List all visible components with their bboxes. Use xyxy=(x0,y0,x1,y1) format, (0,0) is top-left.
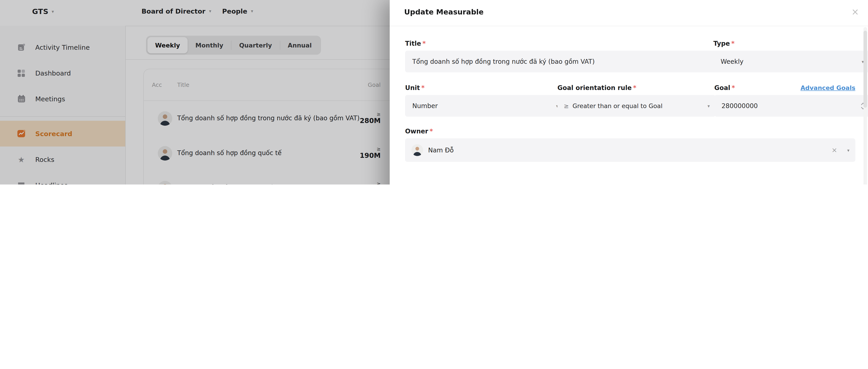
app: GTS ▾ Board of Director ▾ People ▾ Activ… xyxy=(0,0,868,185)
modal-header: Update Measurable × xyxy=(390,0,868,26)
unit-label: Unit* xyxy=(405,84,425,91)
clear-icon[interactable]: × xyxy=(832,146,837,154)
modal-backdrop[interactable] xyxy=(0,0,390,185)
required-asterisk: * xyxy=(423,40,426,47)
owner-label: Owner* xyxy=(405,127,433,135)
goal-rule-value: Greater than or equal to Goal xyxy=(572,102,662,110)
gte-icon: ≥ xyxy=(564,102,569,110)
goal-rule-label: Goal orientation rule* xyxy=(557,84,636,91)
advanced-goals-link[interactable]: Advanced Goals xyxy=(800,84,855,91)
goal-input-value: 280000000 xyxy=(721,102,758,110)
goal-label: Goal* xyxy=(714,84,735,91)
title-label: Title* xyxy=(405,40,426,47)
goal-input[interactable]: 280000000 xyxy=(714,95,868,117)
type-select-value: Weekly xyxy=(721,58,743,65)
close-icon[interactable]: × xyxy=(851,6,859,17)
avatar xyxy=(411,144,423,156)
required-asterisk: * xyxy=(421,84,425,91)
scrollbar-track[interactable] xyxy=(864,27,867,185)
modal-title: Update Measurable xyxy=(404,8,484,16)
type-label: Type* xyxy=(713,40,735,47)
scrollbar-thumb[interactable] xyxy=(864,31,867,107)
unit-select-value: Number xyxy=(412,102,438,110)
chevron-down-icon: ▾ xyxy=(708,103,710,108)
required-asterisk: * xyxy=(430,127,433,135)
required-asterisk: * xyxy=(732,84,735,91)
required-asterisk: * xyxy=(731,40,735,47)
required-asterisk: * xyxy=(633,84,637,91)
chevron-down-icon: ▾ xyxy=(847,148,849,153)
title-input[interactable]: Tổng doanh số hợp đồng trong nước đã ký … xyxy=(405,51,719,72)
title-input-value: Tổng doanh số hợp đồng trong nước đã ký … xyxy=(412,58,595,65)
owner-select[interactable]: Nam Đỗ × ▾ xyxy=(405,139,855,162)
owner-name: Nam Đỗ xyxy=(428,147,454,154)
update-measurable-modal: Update Measurable × Title* Tổng doanh số… xyxy=(390,0,868,185)
type-select[interactable]: Weekly ▾ xyxy=(713,51,868,72)
unit-select[interactable]: Number ▾ xyxy=(405,95,564,117)
goal-rule-select[interactable]: ≥ Greater than or equal to Goal ▾ xyxy=(557,95,716,117)
